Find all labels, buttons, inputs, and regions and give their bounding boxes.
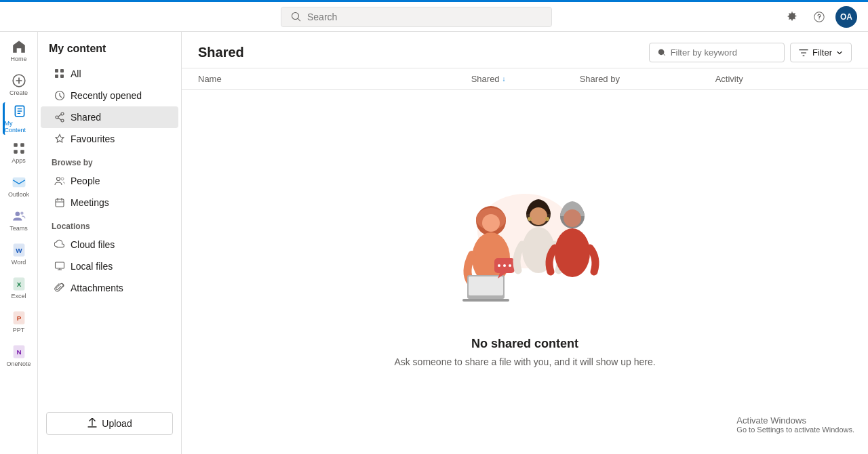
empty-title: No shared content [471,337,578,351]
svg-text:X: X [16,281,21,288]
svg-rect-20 [60,75,64,78]
col-name-label: Name [198,74,222,84]
sidebar-item-create[interactable]: Create [3,68,35,101]
filter-search-icon [658,48,667,58]
content-header: Shared Filter [182,32,868,68]
star-icon [54,133,65,144]
empty-illustration-svg [430,177,620,312]
svg-rect-19 [55,75,58,78]
table-header: Name Shared ↓ Shared by Activity [182,68,868,90]
sidebar-item-meetings[interactable]: Meetings [41,192,178,213]
svg-point-24 [56,116,58,119]
locations-label: Locations [38,213,181,234]
shared-label: Shared [71,112,101,123]
svg-rect-17 [55,69,58,73]
share-icon [54,112,65,123]
upload-button[interactable]: Upload [46,412,173,435]
svg-point-38 [498,264,500,267]
sidebar-item-mycontent[interactable]: My Content [3,102,35,135]
filter-keyword-input[interactable] [671,47,776,58]
sidebar-item-powerpoint[interactable]: P PPT [3,306,35,338]
empty-state: No shared content Ask someone to share a… [182,90,868,454]
sidebar-item-local-files[interactable]: Local files [41,255,178,277]
col-shared-label: Shared [471,74,500,84]
svg-point-26 [61,178,64,180]
sidebar-item-favourites[interactable]: Favourites [41,128,178,150]
svg-rect-36 [462,299,509,302]
filter-btn-label: Filter [812,47,832,58]
people-icon [54,176,65,186]
svg-point-45 [545,217,549,221]
svg-text:P: P [16,314,21,322]
sidebar-item-recently-opened[interactable]: Recently opened [41,85,178,106]
sidebar-bottom: Upload [38,404,181,443]
clock-icon [54,90,65,101]
sidebar-item-people[interactable]: People [41,170,178,192]
meetings-label: Meetings [71,197,109,208]
empty-illustration [430,177,620,326]
svg-rect-3 [20,143,24,147]
topbar: OA [0,2,868,32]
people-label: People [71,176,100,186]
sidebar-item-home[interactable]: Home [3,35,35,67]
svg-rect-4 [14,150,18,154]
avatar-initials: OA [840,12,852,22]
sidebar-item-attachments[interactable]: Attachments [41,277,178,299]
sidebar-item-outlook[interactable]: Outlook [3,170,35,203]
svg-point-23 [61,119,64,122]
svg-text:W: W [16,247,22,254]
svg-text:N: N [16,348,21,356]
cloud-icon [54,239,65,250]
filter-button[interactable]: Filter [790,43,852,62]
svg-point-32 [482,214,500,232]
svg-rect-5 [20,150,24,154]
svg-point-39 [503,264,506,267]
svg-point-40 [509,264,511,267]
avatar-button[interactable]: OA [835,6,857,28]
attachments-label: Attachments [71,283,123,293]
sidebar-item-cloud-files[interactable]: Cloud files [41,234,178,255]
header-actions: Filter [649,43,852,62]
svg-rect-6 [13,178,25,186]
sidebar-item-word[interactable]: W Word [3,238,35,270]
search-bar[interactable] [281,7,552,27]
svg-rect-2 [14,143,18,147]
svg-point-43 [530,207,547,225]
sidebar: My content All Recently opened Shared Fa… [38,32,182,454]
svg-point-7 [15,211,20,216]
local-files-label: Local files [71,261,113,272]
sidebar-item-onenote[interactable]: N OneNote [3,339,35,372]
upload-label: Upload [102,418,132,429]
sidebar-item-apps[interactable]: Apps [3,136,35,169]
search-icon [291,12,302,22]
grid-icon [54,68,65,79]
svg-rect-18 [60,69,64,73]
topbar-right: OA [781,6,857,28]
sidebar-item-all[interactable]: All [41,63,178,85]
sort-arrow: ↓ [502,75,506,83]
svg-point-49 [555,228,590,277]
cloud-files-label: Cloud files [71,239,115,250]
svg-point-48 [564,209,581,227]
sidebar-item-excel[interactable]: X Excel [3,272,35,304]
sidebar-item-teams[interactable]: Teams [3,204,35,236]
empty-subtitle: Ask someone to share a file with you, an… [394,356,655,367]
svg-point-44 [528,217,532,221]
help-button[interactable] [808,6,830,28]
calendar-icon [54,197,65,208]
search-input[interactable] [307,12,542,22]
filter-icon [799,48,808,58]
page-title: Shared [198,45,244,60]
filter-input-wrapper[interactable] [649,43,785,62]
col-name-header: Name [198,74,471,84]
col-sharedby-label: Shared by [580,74,620,84]
col-activity-header: Activity [715,74,852,84]
col-shared-header[interactable]: Shared ↓ [471,74,580,84]
browse-by-label: Browse by [38,150,181,170]
svg-rect-27 [56,199,64,207]
main-layout: Home Create My Content Apps Outlook Team… [0,32,868,454]
chevron-down-icon [836,49,843,56]
settings-button[interactable] [781,6,803,28]
svg-point-22 [61,112,64,115]
sidebar-item-shared[interactable]: Shared [41,106,178,128]
